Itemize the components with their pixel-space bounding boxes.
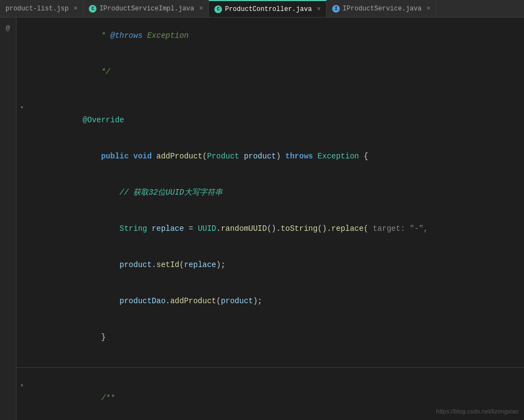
sidebar-left: @ xyxy=(0,18,16,420)
line-code: String replace = UUID.randomUUID().toStr… xyxy=(27,211,524,247)
table-row: String replace = UUID.randomUUID().toStr… xyxy=(16,211,524,247)
tab-productcontroller[interactable]: C ProductController.java × xyxy=(209,0,327,17)
table-row xyxy=(16,355,524,367)
tab-label-active: ProductController.java xyxy=(225,5,311,13)
table-row: product.setId(replace); xyxy=(16,247,524,283)
table-row: ▾ @Override xyxy=(16,102,524,138)
table-row: // 获取32位UUID大写字符串 xyxy=(16,174,524,211)
at-icon[interactable]: @ xyxy=(2,22,14,34)
line-code: * 查询全部产品信息 xyxy=(27,416,524,420)
tab-close-productcontroller[interactable]: × xyxy=(317,5,321,13)
tab-iproductservice[interactable]: I IProductService.java × xyxy=(327,0,436,17)
tab-icon-i: I xyxy=(332,5,340,13)
table-row: * 查询全部产品信息 xyxy=(16,416,524,420)
fold-col xyxy=(16,54,27,90)
line-code: // 获取32位UUID大写字符串 xyxy=(27,174,524,211)
code-table: * @throws Exception */ xyxy=(16,18,524,420)
fold-arrow-2[interactable]: ▾ xyxy=(16,380,27,416)
line-code: productDao.addProduct(product); xyxy=(27,283,524,319)
table-row: ▾ /** xyxy=(16,380,524,416)
tab-label: product-list.jsp xyxy=(5,5,69,13)
line-code: @Override xyxy=(27,102,524,138)
tab-icon-c-active: C xyxy=(214,5,222,13)
tab-close-iproductserviceimpl[interactable]: × xyxy=(199,5,203,13)
tab-label: IProductServiceImpl.java xyxy=(99,5,194,13)
tab-icon-c: C xyxy=(89,5,96,13)
fold-arrow-1[interactable]: ▾ xyxy=(16,102,27,138)
table-row: */ xyxy=(16,54,524,90)
line-code: public void addProduct(Product product) … xyxy=(27,138,524,174)
tab-close-product-list[interactable]: × xyxy=(73,5,77,13)
table-row: productDao.addProduct(product); xyxy=(16,283,524,319)
line-code: * @throws Exception xyxy=(27,18,524,54)
line-code: } xyxy=(27,319,524,355)
fold-col xyxy=(16,18,27,54)
tab-bar: product-list.jsp × C IProductServiceImpl… xyxy=(0,0,524,18)
tab-close-iproductservice[interactable]: × xyxy=(426,5,430,13)
table-row: * @throws Exception xyxy=(16,18,524,54)
table-row: public void addProduct(Product product) … xyxy=(16,138,524,174)
table-row: } xyxy=(16,319,524,355)
tab-product-list[interactable]: product-list.jsp × xyxy=(0,0,83,17)
table-row xyxy=(16,368,524,380)
line-code: product.setId(replace); xyxy=(27,247,524,283)
tab-iproductserviceimpl[interactable]: C IProductServiceImpl.java × xyxy=(83,0,209,17)
line-code: */ xyxy=(27,54,524,90)
tab-label: IProductService.java xyxy=(343,5,422,13)
table-row xyxy=(16,90,524,102)
line-code: /** xyxy=(27,380,524,416)
code-editor[interactable]: * @throws Exception */ xyxy=(16,18,524,420)
main-layout: @ * @throws Exception */ xyxy=(0,18,524,420)
